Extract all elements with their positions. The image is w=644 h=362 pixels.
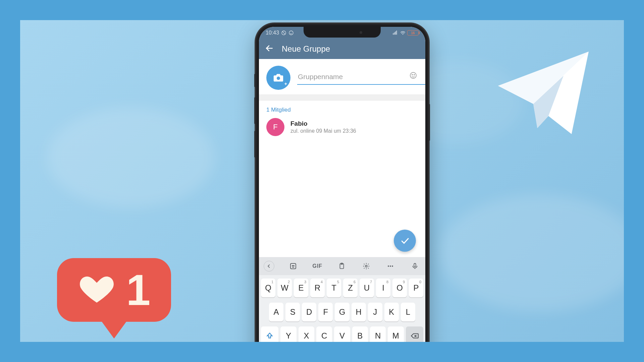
key-o[interactable]: O9 (392, 279, 407, 297)
like-count: 1 (126, 268, 150, 312)
keyboard-collapse-button[interactable] (264, 261, 274, 272)
settings-button[interactable] (361, 260, 372, 272)
battery-indicator: 16 (407, 30, 419, 36)
status-time: 10:43 (266, 30, 279, 36)
key-m[interactable]: M (388, 326, 404, 342)
svg-point-20 (365, 265, 367, 267)
svg-line-4 (282, 32, 285, 34)
telegram-logo (486, 44, 600, 144)
gif-button[interactable]: GIF (312, 260, 323, 272)
key-g[interactable]: G (335, 303, 349, 321)
key-x[interactable]: X (299, 326, 314, 342)
signal-icon (392, 30, 398, 36)
key-y[interactable]: Y (280, 326, 296, 342)
clipboard-button[interactable] (336, 260, 347, 272)
mic-button[interactable] (409, 260, 421, 272)
svg-point-11 (277, 76, 280, 80)
backspace-key[interactable] (406, 326, 423, 342)
svg-rect-6 (393, 33, 393, 35)
member-row[interactable]: F Fabio zul. online 09 Mai um 23:36 (266, 118, 418, 136)
group-name-input[interactable] (297, 71, 425, 85)
section-divider (259, 95, 425, 101)
svg-rect-9 (396, 31, 397, 35)
confirm-button[interactable] (394, 230, 416, 252)
svg-point-12 (410, 72, 416, 78)
more-button[interactable] (385, 260, 396, 272)
whatsapp-icon (288, 30, 294, 36)
svg-point-21 (388, 265, 389, 267)
wifi-icon (400, 30, 405, 36)
member-name: Fabio (290, 120, 356, 127)
notification-icon (281, 30, 286, 36)
svg-rect-8 (395, 32, 396, 35)
key-e[interactable]: E3 (294, 279, 308, 297)
key-z[interactable]: Z6 (343, 279, 358, 297)
key-u[interactable]: U7 (360, 279, 374, 297)
app-bar: Neue Gruppe (259, 39, 425, 59)
back-button[interactable] (265, 44, 274, 54)
svg-point-13 (412, 74, 413, 75)
key-p[interactable]: P0 (409, 279, 423, 297)
keyboard: GIF (259, 257, 425, 342)
group-header: + (259, 59, 425, 95)
key-h[interactable]: H (352, 303, 366, 321)
phone-frame: 10:43 (256, 23, 429, 342)
check-icon (400, 236, 410, 246)
svg-rect-15 (290, 263, 296, 269)
key-l[interactable]: L (401, 303, 415, 321)
member-status: zul. online 09 Mai um 23:36 (290, 128, 356, 134)
emoji-button[interactable] (409, 71, 417, 81)
heart-icon (77, 272, 116, 308)
key-r[interactable]: R4 (310, 279, 325, 297)
svg-point-17 (293, 265, 294, 266)
key-j[interactable]: J (368, 303, 382, 321)
svg-point-22 (390, 265, 391, 267)
key-d[interactable]: D (302, 303, 316, 321)
group-photo-button[interactable]: + (266, 66, 290, 90)
key-i[interactable]: I8 (376, 279, 390, 297)
key-f[interactable]: F (318, 303, 333, 321)
key-k[interactable]: K (384, 303, 399, 321)
key-s[interactable]: S (285, 303, 300, 321)
svg-rect-7 (394, 33, 395, 35)
shift-key[interactable] (261, 326, 278, 342)
camera-icon (273, 72, 284, 83)
members-section: 1 Mitglied F Fabio zul. online 09 Mai um… (259, 101, 425, 142)
key-t[interactable]: T5 (327, 279, 341, 297)
svg-point-14 (414, 74, 415, 75)
plus-icon: + (284, 81, 287, 86)
key-b[interactable]: B (352, 326, 368, 342)
members-count: 1 Mitglied (266, 107, 418, 113)
sticker-button[interactable] (287, 260, 299, 272)
shift-icon (266, 332, 273, 340)
key-q[interactable]: Q1 (261, 279, 275, 297)
keyboard-toolbar: GIF (259, 257, 425, 275)
svg-point-23 (392, 265, 393, 267)
backspace-icon (410, 331, 419, 340)
svg-rect-24 (414, 263, 416, 267)
key-n[interactable]: N (370, 326, 386, 342)
like-badge: 1 (57, 258, 171, 332)
key-w[interactable]: W2 (277, 279, 292, 297)
key-v[interactable]: V (334, 326, 350, 342)
key-c[interactable]: C (316, 326, 332, 342)
page-title: Neue Gruppe (282, 44, 330, 54)
svg-point-16 (292, 265, 293, 266)
avatar: F (266, 118, 284, 136)
key-a[interactable]: A (269, 303, 283, 321)
svg-point-5 (289, 31, 293, 35)
